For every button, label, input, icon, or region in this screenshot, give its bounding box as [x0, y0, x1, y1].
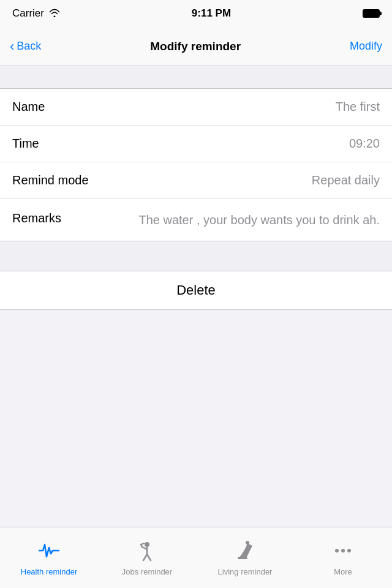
tab-more-label: More: [334, 567, 352, 576]
jobs-icon: [136, 540, 158, 565]
top-spacer: [0, 66, 392, 88]
section-gap: [0, 241, 392, 271]
status-time: 9:11 PM: [192, 7, 231, 20]
nav-title: Modify reminder: [150, 40, 241, 53]
remarks-label: Remarks: [12, 211, 61, 225]
form-section: Name The first Time 09:20 Remind mode Re…: [0, 88, 392, 241]
remind-mode-value: Repeat daily: [99, 173, 380, 187]
name-value: The first: [55, 100, 380, 114]
name-row: Name The first: [0, 89, 392, 126]
status-right: [363, 9, 380, 18]
tab-bar: Health reminder Jobs reminder: [0, 527, 392, 588]
tab-jobs-label: Jobs reminder: [122, 567, 172, 576]
back-button[interactable]: ‹ Back: [10, 39, 41, 55]
svg-line-6: [141, 543, 144, 545]
name-label: Name: [12, 100, 45, 114]
remarks-row: Remarks The water , your body wants you …: [0, 199, 392, 241]
tab-living-label: Living reminder: [218, 567, 273, 576]
time-label: Time: [12, 137, 39, 151]
svg-point-10: [341, 549, 345, 552]
time-row: Time 09:20: [0, 126, 392, 162]
status-left: Carrier: [12, 7, 60, 20]
tab-living-reminder[interactable]: Living reminder: [196, 527, 294, 588]
battery-fill: [364, 10, 379, 17]
wifi-icon: [49, 9, 60, 19]
svg-point-11: [347, 549, 351, 552]
svg-rect-7: [238, 557, 247, 559]
delete-button[interactable]: Delete: [0, 271, 392, 309]
back-chevron-icon: ‹: [10, 39, 14, 55]
time-value: 09:20: [49, 137, 380, 151]
delete-label: Delete: [176, 282, 216, 298]
back-label: Back: [17, 40, 41, 53]
health-icon: [38, 540, 60, 565]
svg-line-2: [143, 554, 147, 560]
status-bar: Carrier 9:11 PM: [0, 0, 392, 27]
nav-bar: ‹ Back Modify reminder Modify: [0, 27, 392, 66]
svg-point-8: [246, 541, 249, 545]
page-content: Carrier 9:11 PM ‹ Back Modify reminder M…: [0, 0, 392, 527]
carrier-label: Carrier: [12, 7, 44, 20]
more-icon: [332, 540, 354, 565]
delete-section: Delete: [0, 271, 392, 310]
tab-health-label: Health reminder: [21, 567, 78, 576]
tab-more[interactable]: More: [294, 527, 392, 588]
svg-line-3: [147, 554, 151, 560]
remind-mode-label: Remind mode: [12, 173, 89, 187]
living-icon: [234, 540, 256, 565]
tab-health-reminder[interactable]: Health reminder: [0, 527, 98, 588]
battery-icon: [363, 9, 380, 18]
svg-point-9: [335, 549, 339, 552]
remarks-value: The water , your body wants you to drink…: [71, 211, 380, 228]
modify-button[interactable]: Modify: [350, 40, 382, 53]
tab-jobs-reminder[interactable]: Jobs reminder: [98, 527, 196, 588]
remind-mode-row: Remind mode Repeat daily: [0, 162, 392, 199]
